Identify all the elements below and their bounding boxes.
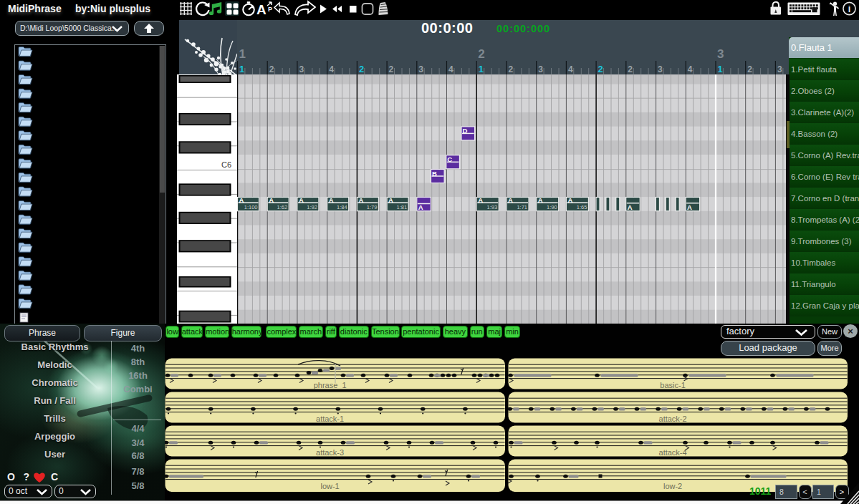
- svg-text:i: i: [848, 4, 851, 14]
- svg-text:A: A: [388, 196, 393, 204]
- svg-text:A: A: [358, 196, 363, 204]
- svg-text:A: A: [538, 196, 543, 204]
- svg-text:A: A: [418, 203, 423, 211]
- svg-text:A: A: [256, 2, 267, 17]
- svg-text:phrase 1: phrase 1: [314, 380, 347, 389]
- svg-text:C: C: [447, 155, 452, 163]
- svg-text:B: B: [432, 170, 437, 178]
- svg-text:1:92: 1:92: [307, 204, 317, 210]
- svg-text:1:90: 1:90: [547, 204, 557, 210]
- svg-text:attack-1: attack-1: [316, 414, 344, 422]
- svg-text:P: P: [268, 6, 272, 13]
- svg-text:1:62: 1:62: [277, 204, 288, 210]
- svg-text:basic-1: basic-1: [660, 380, 685, 389]
- svg-text:A: A: [239, 196, 244, 204]
- svg-text:low-2: low-2: [663, 481, 681, 490]
- svg-text:A: A: [299, 196, 304, 204]
- svg-text:D: D: [463, 127, 468, 135]
- svg-text:C6: C6: [221, 160, 231, 169]
- svg-text:1:100: 1:100: [244, 204, 258, 210]
- svg-text:low-1: low-1: [320, 481, 339, 490]
- svg-text:A: A: [478, 196, 483, 204]
- svg-text:A: A: [269, 196, 274, 204]
- svg-text:attack-4: attack-4: [658, 447, 686, 456]
- svg-text:attack-2: attack-2: [658, 414, 686, 422]
- svg-text:1:93: 1:93: [487, 204, 498, 210]
- svg-text:1:79: 1:79: [367, 204, 378, 210]
- svg-text:attack-3: attack-3: [316, 447, 344, 456]
- svg-text:1:81: 1:81: [396, 204, 407, 210]
- svg-text:A: A: [508, 196, 513, 204]
- svg-text:1:71: 1:71: [517, 204, 527, 210]
- svg-text:A: A: [567, 196, 572, 204]
- svg-text:1:65: 1:65: [577, 204, 587, 210]
- svg-text:A: A: [329, 196, 334, 204]
- svg-text:A: A: [687, 203, 692, 211]
- svg-text:1:84: 1:84: [337, 204, 347, 210]
- svg-text:A: A: [628, 203, 633, 211]
